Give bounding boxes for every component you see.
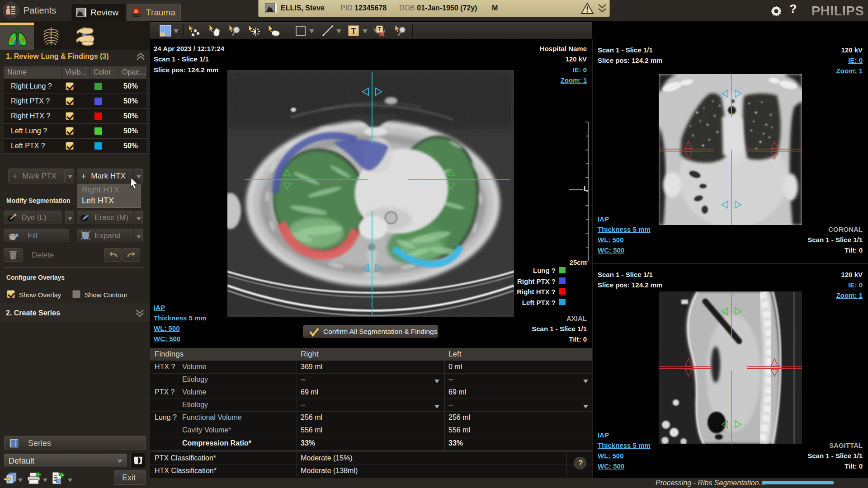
svg-text:T: T bbox=[378, 26, 382, 33]
